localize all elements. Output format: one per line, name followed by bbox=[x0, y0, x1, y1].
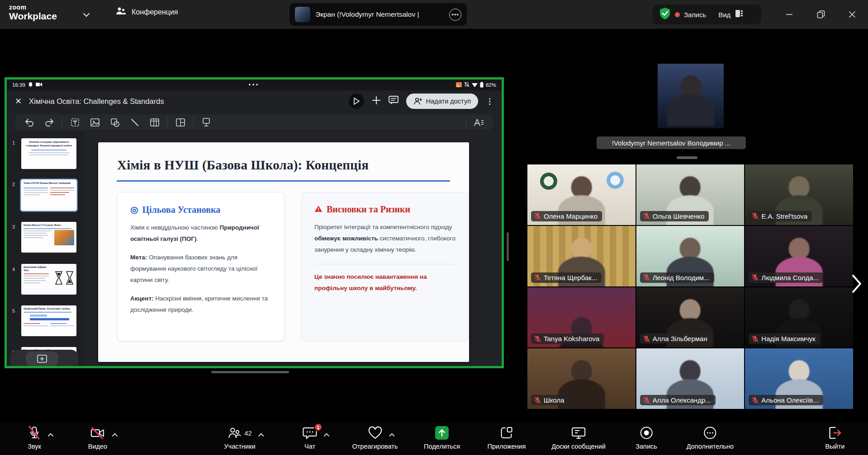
text-box-icon[interactable] bbox=[65, 114, 85, 130]
line-icon[interactable] bbox=[125, 114, 145, 130]
participant-name: Надія Максимчук bbox=[761, 335, 815, 342]
image-icon[interactable] bbox=[85, 114, 105, 130]
security-shield-icon[interactable] bbox=[659, 7, 671, 22]
shared-screen[interactable]: 16:39 ••• bbox=[5, 77, 504, 368]
close-button[interactable] bbox=[844, 6, 860, 23]
video-tile[interactable]: Надія Максимчук bbox=[745, 287, 853, 348]
next-page-chevron-icon[interactable] bbox=[851, 274, 862, 296]
tab-conference[interactable]: Конференция bbox=[115, 6, 178, 18]
audio-label: Звук bbox=[28, 443, 41, 450]
whiteboards-button[interactable]: Доски сообщений bbox=[551, 425, 606, 450]
kebab-menu-icon[interactable]: ⋮ bbox=[486, 97, 493, 106]
slide-number: 2 bbox=[12, 182, 15, 187]
slide-canvas[interactable]: Хімія в НУШ (Базова Школа): Концепція ◎ … bbox=[85, 132, 502, 366]
brand-workplace: Workplace bbox=[9, 11, 57, 21]
react-options-chevron[interactable] bbox=[389, 431, 395, 439]
more-button[interactable]: Дополнительно bbox=[687, 425, 734, 450]
doc-close-icon[interactable]: ✕ bbox=[15, 96, 22, 106]
slide-filmstrip[interactable]: 1 Хімічна складова Державного стандарту … bbox=[7, 132, 85, 366]
speaker-video-tile[interactable] bbox=[658, 64, 724, 128]
present-display-icon[interactable] bbox=[196, 114, 216, 130]
share-screen-button[interactable]: Поделиться bbox=[424, 425, 460, 450]
share-screen-icon bbox=[435, 426, 449, 440]
present-button[interactable] bbox=[349, 94, 364, 109]
share-access-button[interactable]: Надати доступ bbox=[406, 94, 478, 109]
video-tile[interactable]: Альона Олексіїв... bbox=[745, 348, 853, 409]
video-tile[interactable]: Ольга Шевченко bbox=[636, 164, 745, 225]
slide-thumbnail-4[interactable]: Критичний Дефіцит Часу bbox=[21, 264, 76, 295]
table-icon[interactable] bbox=[145, 114, 165, 130]
panel-drag-handle[interactable] bbox=[677, 156, 697, 159]
video-tile[interactable]: Алла Олександр... bbox=[636, 348, 745, 409]
video-tile[interactable]: Школа bbox=[527, 348, 636, 409]
whiteboards-label: Доски сообщений bbox=[551, 443, 606, 450]
video-button[interactable]: Видео bbox=[88, 425, 107, 450]
whiteboard-icon bbox=[571, 426, 586, 440]
doc-title: Хімічна Освіта: Challenges & Standards bbox=[29, 97, 164, 106]
slide-thumbnail-3[interactable]: Базова Школа (7-9 класи): Фокус bbox=[21, 222, 76, 253]
toolbar-divider bbox=[466, 117, 466, 127]
current-slide[interactable]: Хімія в НУШ (Базова Школа): Концепція ◎ … bbox=[98, 142, 469, 362]
mic-off-icon bbox=[534, 397, 541, 404]
participant-name-pill: E.A. Strel'tsova bbox=[749, 211, 812, 221]
vertical-scrollbar[interactable] bbox=[507, 232, 509, 261]
record-button[interactable]: Запись bbox=[636, 425, 657, 450]
video-tile[interactable]: Леонід Володим... bbox=[636, 226, 745, 286]
goal-card: ◎ Цільова Установка Хімія є невіддільною… bbox=[117, 192, 285, 341]
add-icon[interactable] bbox=[372, 96, 381, 107]
target-icon: ◎ bbox=[130, 204, 138, 215]
video-options-chevron[interactable] bbox=[112, 431, 118, 439]
status-dots: ••• bbox=[249, 82, 260, 88]
battery-icon bbox=[480, 82, 484, 89]
decor-line bbox=[24, 233, 47, 234]
more-ellipsis-icon bbox=[703, 426, 717, 440]
horizontal-scrollbar[interactable] bbox=[211, 371, 289, 373]
apps-button[interactable]: Приложения bbox=[488, 425, 526, 450]
video-tile[interactable]: Людмила Солда... bbox=[745, 226, 853, 286]
layout-icon[interactable] bbox=[171, 114, 190, 130]
meeting-control-bar: Звук Видео 42 Участники bbox=[0, 422, 868, 455]
participant-gallery: Олена Марцинко Ольга Шевченко E.A. Strel… bbox=[527, 164, 853, 409]
audio-options-chevron[interactable] bbox=[47, 431, 54, 439]
apps-icon bbox=[500, 426, 513, 440]
comment-icon[interactable] bbox=[389, 96, 398, 107]
brand-zoom: zoom bbox=[9, 4, 57, 10]
thumb-photo bbox=[54, 230, 74, 245]
slide-number: 3 bbox=[12, 224, 15, 230]
decor-line bbox=[50, 325, 75, 326]
apps-label: Приложения bbox=[488, 443, 526, 450]
new-slide-button[interactable] bbox=[26, 352, 58, 366]
risk-card: Висновки та Ризики Пріоритет інтеграції … bbox=[301, 192, 469, 341]
audio-button[interactable]: Звук bbox=[28, 425, 41, 450]
chevron-down-icon[interactable] bbox=[83, 11, 90, 19]
chat-button[interactable]: 1 Чат bbox=[303, 425, 317, 450]
chat-options-chevron[interactable] bbox=[323, 431, 330, 439]
slide-thumbnail-1[interactable]: Хімічна складова Державного стандарту ба… bbox=[21, 138, 76, 169]
video-tile[interactable]: Тетяна Щербак... bbox=[527, 226, 636, 286]
speaker-name-pill: !Volodymyr Nemertsalov Володимир ... bbox=[597, 136, 746, 149]
minimize-button[interactable] bbox=[781, 6, 797, 23]
redo-icon[interactable] bbox=[39, 114, 59, 130]
tab-screen-share[interactable]: Экран (!Volodymyr Nemertsalov | ••• bbox=[289, 3, 467, 26]
video-tile[interactable]: Олена Марцинко bbox=[527, 164, 636, 225]
zoom-workplace-window: zoom Workplace Конференция Экран (!Volod… bbox=[0, 0, 868, 455]
react-button[interactable]: Отреагировать bbox=[352, 425, 398, 450]
video-tile[interactable]: Tanya Koksharova bbox=[527, 287, 636, 348]
format-text-icon[interactable] bbox=[469, 114, 489, 130]
slide-thumbnail-2-selected[interactable]: Хімія в НУШ (Базова Школа): Концепція bbox=[21, 180, 76, 211]
leave-button[interactable]: Выйти bbox=[825, 425, 845, 450]
thumb-title: Базова Школа (7-9 класи): Фокус bbox=[24, 224, 74, 227]
view-label[interactable]: Вид bbox=[718, 11, 730, 19]
participants-options-chevron[interactable] bbox=[258, 431, 265, 439]
video-tile[interactable]: E.A. Strel'tsova bbox=[745, 164, 853, 225]
restore-button[interactable] bbox=[813, 6, 829, 23]
participant-name-pill: Ольга Шевченко bbox=[640, 211, 709, 221]
slide-thumbnail-5[interactable]: Профільний Рівень: Кількісний Стрибок bbox=[21, 305, 76, 336]
video-tile[interactable]: Алла Зільберман bbox=[636, 287, 745, 348]
shape-icon[interactable] bbox=[105, 114, 125, 130]
circle-ellipsis-icon[interactable]: ••• bbox=[449, 9, 461, 21]
mic-off-icon bbox=[752, 335, 759, 342]
participants-button[interactable]: 42 Участники bbox=[224, 425, 255, 450]
undo-icon[interactable] bbox=[19, 114, 39, 130]
view-layout-icon[interactable] bbox=[735, 9, 744, 20]
